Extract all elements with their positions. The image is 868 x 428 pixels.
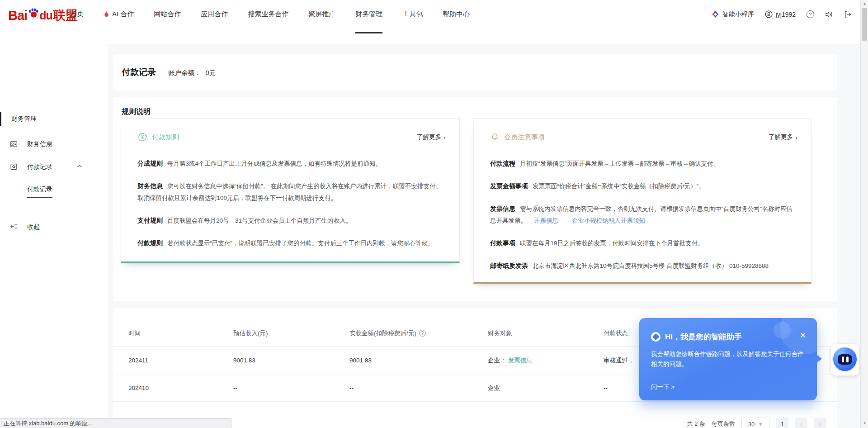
total-count: 共 2 条	[687, 420, 705, 428]
next-page-button[interactable]: ›	[814, 418, 826, 428]
member-notes-card: 会员注意事项 了解更多› 付款流程月初按“发票信息”页面开具发票→上传发票→邮寄…	[473, 118, 811, 284]
username: jyj1992	[776, 11, 796, 18]
cell-received: 9001.83	[349, 357, 488, 364]
help-icon[interactable]: ?	[807, 10, 814, 18]
mini-program-entry[interactable]: 智能小程序	[712, 10, 754, 19]
bell-icon	[490, 133, 500, 142]
baidu-union-logo[interactable]: Bai du 联盟	[8, 5, 78, 25]
mini-program-diamond-icon	[712, 10, 719, 18]
balance-label: 账户余额：	[168, 69, 201, 76]
main-menu: 首页 AI 合作 网站合作 应用合作 搜索业务合作 聚屏推广 财务管理 工具包 …	[70, 0, 470, 29]
cell-period: 202410	[128, 385, 233, 391]
col-header-period: 时间	[128, 329, 233, 338]
sidebar-item-finance-info[interactable]: 财务信息	[0, 137, 107, 152]
ask-now-link[interactable]: 问一下 >	[651, 383, 675, 391]
assistant-popup: Hi，我是您的智能助手 ✕ 我会帮助您诊断合作链路问题，以及解答您关于任何合作相…	[639, 318, 817, 400]
nav-item-ai[interactable]: AI 合作	[104, 0, 134, 29]
page-size-label: 每页条数	[712, 420, 735, 428]
browser-scrollbar: ▲ ▼	[860, 0, 868, 428]
prev-page-button[interactable]: ‹	[795, 418, 807, 428]
paw-icon	[28, 8, 39, 18]
assistant-robot-button[interactable]	[831, 344, 859, 376]
assistant-title: Hi，我是您的智能助手	[665, 332, 742, 342]
rules-title-divider	[162, 117, 829, 117]
page-title: 付款记录	[122, 67, 156, 78]
nav-item-finance-active[interactable]: 财务管理	[355, 0, 382, 29]
chevron-right-icon: ›	[795, 133, 797, 141]
nav-item-website[interactable]: 网站合作	[154, 0, 181, 29]
nav-item-screen[interactable]: 聚屏推广	[308, 0, 335, 29]
rule-label: 付款事项	[490, 239, 515, 247]
rule-label: 付款规则	[137, 239, 163, 247]
sidebar-divider	[0, 213, 107, 213]
chevron-down-icon: ▼	[758, 422, 763, 427]
nav-item-help[interactable]: 帮助中心	[443, 0, 470, 29]
sidebar-subitem-payment-records-active[interactable]: 付款记录	[0, 182, 107, 197]
rule-label: 付款流程	[490, 160, 515, 167]
table-divider	[113, 401, 837, 402]
sound-icon[interactable]	[825, 11, 833, 18]
page-header-card: 付款记录 账户余额：0元	[113, 54, 837, 90]
cell-entity: 企业	[488, 384, 604, 392]
nav-item-search[interactable]: 搜索业务合作	[248, 0, 288, 29]
col-header-estimated: 预估收入(元)	[233, 329, 349, 338]
logout-icon[interactable]	[844, 10, 852, 18]
cell-estimated: 9001.83	[233, 357, 349, 364]
rule-label: 邮寄纸质发票	[490, 262, 528, 269]
coin-icon: ¥	[137, 132, 147, 142]
close-icon[interactable]: ✕	[800, 332, 806, 339]
sidebar-item-payment-records[interactable]: 付款记录	[0, 160, 107, 174]
pagination: 共 2 条 每页条数 30▼ 1 ‹ ›	[687, 418, 826, 428]
balance-value: 0元	[206, 69, 216, 76]
flame-icon	[104, 11, 109, 18]
finance-info-icon	[10, 140, 18, 148]
learn-more-link-2[interactable]: 了解更多›	[769, 133, 797, 141]
nav-item-app[interactable]: 应用合作	[201, 0, 228, 29]
learn-more-link-1[interactable]: 了解更多›	[417, 133, 446, 141]
logo-text-bai: Bai	[8, 8, 27, 23]
cell-received: --	[349, 385, 488, 391]
rule-label: 支付规则	[137, 217, 163, 224]
page-size-select[interactable]: 30▼	[741, 418, 769, 428]
sidebar-collapse-button[interactable]: 收起	[0, 220, 107, 234]
rules-section: 规则说明 ¥ 付款规则 了解更多› 分成规则每月第3或4个工作日产出上月分成信息…	[113, 97, 837, 301]
svg-text:¥: ¥	[141, 135, 144, 140]
small-taxpayer-notice-link[interactable]: 企业小规模纳税人开票须知	[572, 217, 645, 224]
top-navbar: Bai du 联盟 首页 AI 合作 网站合作 应用合作 搜索业务合作 聚屏推广…	[0, 0, 868, 44]
rule-label: 财务信息	[137, 182, 163, 190]
question-circle-icon[interactable]: ?	[419, 330, 426, 337]
scroll-up-arrow[interactable]: ▲	[861, 2, 868, 6]
cell-entity: 企业：发票信息	[488, 357, 604, 365]
robot-avatar-icon	[832, 347, 858, 372]
nav-item-home[interactable]: 首页	[70, 0, 84, 29]
payment-rules-title: 付款规则	[152, 133, 179, 142]
nav-item-toolkit[interactable]: 工具包	[402, 0, 423, 29]
scrollbar-thumb[interactable]	[862, 8, 867, 41]
scroll-down-arrow[interactable]: ▼	[861, 421, 868, 425]
payment-records-icon	[10, 163, 18, 171]
payment-rules-card: ¥ 付款规则 了解更多› 分成规则每月第3或4个工作日产出上月分成信息及发票信息…	[121, 118, 460, 263]
account-balance: 账户余额：0元	[168, 69, 216, 77]
chevron-right-icon: ›	[443, 133, 446, 141]
active-section-indicator	[0, 112, 1, 126]
invoice-info-link[interactable]: 开票信息	[534, 217, 558, 224]
col-header-received: 实收金额(扣除税费后/元) ?	[349, 329, 488, 338]
cell-period: 202411	[128, 357, 233, 364]
sidebar-section-finance[interactable]: 财务管理	[11, 112, 37, 126]
chevron-up-icon[interactable]	[77, 164, 82, 168]
compass-icon	[651, 332, 660, 342]
navbar-right-cluster: 智能小程序 jyj1992 ?	[712, 0, 852, 29]
rule-label: 分成规则	[137, 160, 163, 167]
browser-status-bar: 正在等待 xlab.baidu.com 的响应...	[0, 418, 231, 428]
invoice-info-table-link[interactable]: 发票信息	[508, 357, 533, 364]
user-icon	[765, 10, 773, 18]
popup-pointer-arrow	[816, 354, 822, 363]
user-account[interactable]: jyj1992	[765, 10, 796, 18]
col-header-entity: 财务对象	[488, 329, 604, 338]
cell-estimated: --	[233, 385, 349, 391]
collapse-icon	[10, 223, 18, 230]
rule-label: 发票金额事项	[490, 182, 528, 190]
logo-text-du: du	[39, 9, 52, 22]
rule-label: 发票信息	[490, 205, 515, 212]
page-number-button[interactable]: 1	[776, 418, 788, 428]
